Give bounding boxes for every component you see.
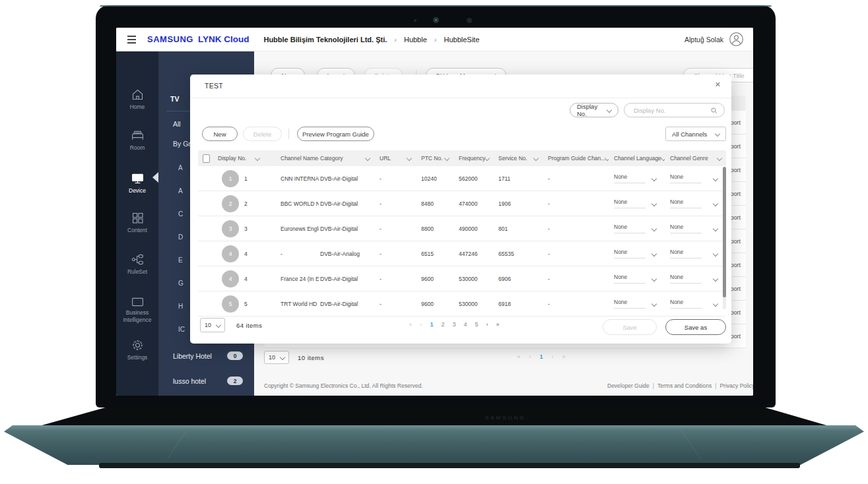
first-page-icon[interactable] — [517, 353, 520, 360]
group-item-liberty-hotel[interactable]: Liberty Hotel 0 — [173, 352, 212, 360]
group-item[interactable]: A — [178, 164, 183, 171]
group-item[interactable]: A — [178, 187, 183, 195]
next-page-icon[interactable] — [486, 321, 488, 328]
app-header: SAMSUNG LYNK Cloud Hubble Bilişim Teknol… — [116, 28, 753, 51]
channel-language-select[interactable]: None — [609, 224, 665, 233]
channel-genre-select[interactable]: None — [665, 299, 726, 309]
breadcrumb-company[interactable]: Hubble Bilişim Teknolojileri Ltd. Şti. — [263, 36, 387, 44]
column-service-no[interactable]: Service No. — [493, 155, 543, 162]
last-page-icon[interactable] — [562, 353, 566, 360]
column-program-guide[interactable]: Program Guide Chan... — [543, 155, 609, 162]
new-channel-button[interactable]: New — [202, 127, 238, 141]
channel-search[interactable] — [624, 103, 725, 117]
breadcrumb-subsite[interactable]: HubbleSite — [427, 36, 480, 44]
column-channel-genre[interactable]: Channel Genre — [665, 155, 726, 162]
column-frequency[interactable]: Frequency — [453, 155, 493, 162]
channel-filter-select[interactable]: All Channels — [665, 127, 726, 141]
subsidebar-item-all[interactable]: All — [173, 120, 181, 128]
user-name: Alptuğ Solak — [684, 36, 723, 44]
subsidebar-title-tv[interactable]: TV — [170, 95, 179, 103]
sidebar-item-settings[interactable]: Settings — [116, 338, 158, 361]
column-display-no[interactable]: Display No. — [215, 155, 274, 162]
save-button[interactable]: Save — [603, 319, 657, 335]
column-channel-language[interactable]: Channel Language — [609, 155, 665, 162]
hamburger-menu-icon[interactable] — [127, 36, 136, 44]
previous-page-icon[interactable] — [529, 353, 531, 360]
chevron-down-icon — [651, 175, 657, 181]
column-category[interactable]: Category — [319, 155, 374, 162]
search-field-select[interactable]: Display No. — [570, 103, 618, 117]
page-number[interactable]: 3 — [452, 321, 455, 328]
channel-genre-select[interactable]: None — [665, 274, 726, 284]
breadcrumb-site[interactable]: Hubble — [387, 36, 427, 44]
channel-row[interactable]: 22 BBC WORLD NEWS DVB-Air-Digital - 8480… — [198, 191, 726, 216]
last-page-icon[interactable] — [496, 321, 500, 328]
group-item[interactable]: IC — [178, 326, 185, 333]
channel-search-input[interactable] — [632, 106, 713, 115]
chevron-down-icon — [607, 107, 612, 113]
page-number[interactable]: 5 — [475, 321, 479, 328]
privacy-link[interactable]: Privacy Policy — [712, 382, 753, 389]
channel-row[interactable]: 55 TRT World HD DVB-Air-Digital - 9600 5… — [198, 291, 726, 317]
laptop-hinge: SAMSUNG — [0, 407, 868, 427]
preview-program-guide-button[interactable]: Preview Program Guide — [297, 127, 374, 141]
page-size-select[interactable]: 10 — [200, 318, 225, 332]
sort-icon — [484, 156, 490, 161]
copyright-text: Copyright © Samsung Electronics Co., Ltd… — [264, 382, 423, 389]
page-size-select[interactable]: 10 — [264, 351, 289, 364]
channel-language-select[interactable]: None — [609, 173, 665, 183]
scrollbar-thumb[interactable] — [723, 167, 726, 297]
channel-language-select[interactable]: None — [609, 299, 665, 309]
next-page-icon[interactable] — [552, 353, 554, 360]
select-all-checkbox[interactable] — [203, 154, 210, 163]
page-number[interactable]: 4 — [464, 321, 467, 328]
first-page-icon[interactable] — [409, 321, 412, 328]
webcam-icon — [433, 17, 439, 23]
chevron-down-icon — [713, 226, 718, 231]
terms-link[interactable]: Terms and Conditions — [650, 382, 712, 389]
column-channel-name[interactable]: Channel Name — [274, 155, 319, 162]
channel-language-select[interactable]: None — [609, 274, 665, 284]
group-item[interactable]: D — [178, 233, 183, 241]
channel-genre-select[interactable]: None — [665, 249, 726, 258]
channel-language-select[interactable]: None — [609, 249, 665, 258]
channel-genre-select[interactable]: None — [665, 224, 726, 233]
page-number[interactable]: 1 — [430, 321, 433, 328]
sidebar-item-ruleset[interactable]: RuleSet — [116, 253, 158, 276]
channel-table-header: Display No. Channel Name Category URL PT… — [198, 150, 726, 166]
previous-page-icon[interactable] — [420, 321, 422, 328]
chevron-down-icon — [280, 355, 285, 360]
page-number[interactable]: 1 — [539, 353, 543, 360]
close-icon[interactable] — [715, 80, 721, 89]
sidebar-item-room[interactable]: Room — [116, 129, 158, 152]
group-item-lusso-hotel[interactable]: lusso hotel 2 — [173, 377, 206, 385]
business-intelligence-icon — [131, 297, 145, 307]
display-order-badge: 1 — [222, 170, 239, 187]
channel-genre-select[interactable]: None — [665, 173, 726, 183]
channel-row[interactable]: 11 CNN INTERNATIO... DVB-Air-Digital - 1… — [198, 166, 726, 191]
divider — [190, 98, 731, 98]
group-item[interactable]: G — [178, 280, 184, 287]
page-number[interactable]: 2 — [441, 321, 444, 328]
pagination: 1 2 3 4 5 — [395, 321, 514, 328]
delete-channel-button[interactable]: Delete — [243, 127, 282, 141]
channel-genre-select[interactable]: None — [665, 198, 726, 208]
group-item[interactable]: C — [178, 210, 183, 218]
channel-row[interactable]: 33 Euronews English... DVB-Air-Digital -… — [198, 216, 726, 241]
channel-row[interactable]: 44 - DVB-Air-Analog - 6515 447246 65535 … — [198, 241, 726, 266]
home-icon — [131, 88, 145, 102]
column-url[interactable]: URL — [374, 155, 416, 162]
sidebar-item-home[interactable]: Home — [116, 88, 158, 111]
channel-row[interactable]: 44 France 24 (In Engl... DVB-Air-Digital… — [198, 266, 726, 291]
save-as-button[interactable]: Save as — [665, 319, 726, 335]
user-menu[interactable]: Alptuğ Solak — [684, 32, 744, 47]
sidebar-item-content[interactable]: Content — [116, 211, 158, 234]
sidebar-item-business-intelligence[interactable]: Business Intelligence — [116, 297, 158, 323]
group-item[interactable]: E — [178, 257, 183, 264]
group-item[interactable]: H — [178, 303, 183, 310]
channel-language-select[interactable]: None — [609, 198, 665, 208]
column-ptc-no[interactable]: PTC No. — [416, 155, 453, 162]
display-order-badge: 5 — [222, 295, 239, 313]
brand-logo[interactable]: SAMSUNG LYNK Cloud — [147, 34, 249, 44]
developer-guide-link[interactable]: Developer Guide — [607, 382, 650, 389]
